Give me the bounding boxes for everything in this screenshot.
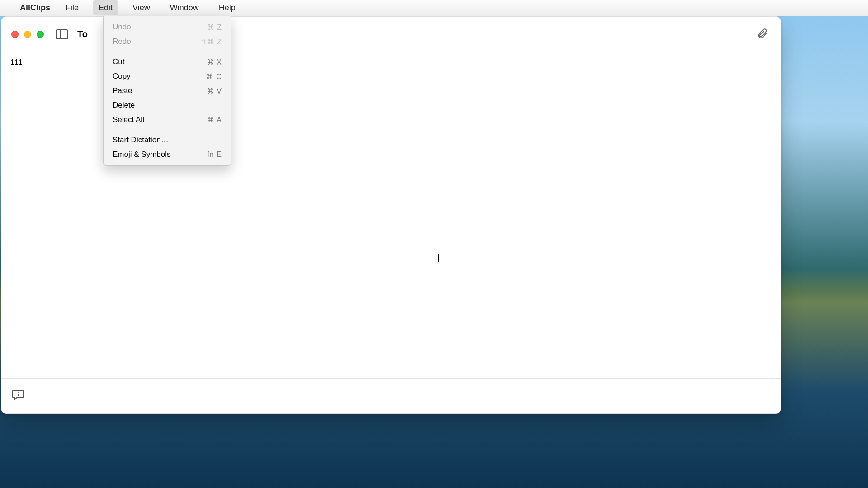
menu-view[interactable]: View (127, 0, 156, 15)
minimize-window-button[interactable] (24, 31, 31, 38)
menu-item-copy[interactable]: Copy ⌘ C (104, 69, 231, 84)
window-statusbar (1, 378, 781, 413)
svg-point-2 (18, 392, 19, 393)
window-traffic-lights (11, 31, 44, 38)
menu-item-start-dictation[interactable]: Start Dictation… (104, 133, 231, 147)
menu-item-shortcut: ⌘ C (206, 72, 222, 81)
menu-item-shortcut: ⌘ Z (207, 23, 222, 32)
menu-item-emoji-symbols[interactable]: Emoji & Symbols fn E (104, 147, 231, 162)
menu-item-delete[interactable]: Delete (104, 98, 231, 113)
menu-item-shortcut: ⇧⌘ Z (201, 38, 222, 46)
edit-menu-dropdown: Undo ⌘ Z Redo ⇧⌘ Z Cut ⌘ X Copy ⌘ C Past… (103, 16, 231, 166)
menu-help[interactable]: Help (213, 0, 241, 15)
menu-item-label: Start Dictation… (113, 136, 169, 145)
menu-item-label: Undo (113, 23, 131, 32)
zoom-window-button[interactable] (37, 31, 44, 38)
menu-edit[interactable]: Edit (93, 0, 118, 15)
menu-item-undo[interactable]: Undo ⌘ Z (104, 20, 231, 34)
paperclip-icon[interactable] (756, 28, 768, 41)
menu-item-shortcut: fn E (208, 150, 222, 159)
text-caret-icon: I (436, 251, 440, 265)
menu-item-label: Cut (113, 57, 124, 66)
menu-item-paste[interactable]: Paste ⌘ V (104, 84, 231, 98)
window-title: To (77, 29, 88, 39)
menu-item-label: Emoji & Symbols (113, 150, 170, 159)
menu-item-shortcut: ⌘ X (207, 58, 222, 66)
menu-item-label: Copy (113, 72, 131, 81)
menu-item-label: Select All (113, 115, 144, 124)
menu-item-label: Paste (113, 86, 132, 95)
menu-item-select-all[interactable]: Select All ⌘ A (104, 113, 231, 127)
menu-separator (108, 130, 226, 130)
info-bubble-icon[interactable] (11, 389, 25, 403)
menu-item-label: Delete (113, 101, 135, 110)
menu-window[interactable]: Window (165, 0, 204, 15)
menu-item-shortcut: ⌘ V (207, 87, 222, 95)
svg-rect-0 (56, 30, 68, 39)
menu-item-label: Redo (113, 37, 131, 46)
close-window-button[interactable] (11, 31, 19, 38)
system-menubar: AllClips File Edit View Window Help (0, 0, 868, 16)
menu-file[interactable]: File (60, 0, 84, 15)
menu-item-cut[interactable]: Cut ⌘ X (104, 55, 231, 69)
sidebar-toggle-icon[interactable] (56, 29, 68, 39)
menu-item-shortcut: ⌘ A (207, 116, 222, 124)
app-name[interactable]: AllClips (20, 3, 50, 13)
menu-item-redo[interactable]: Redo ⇧⌘ Z (104, 34, 231, 49)
titlebar-right (743, 17, 781, 52)
menu-separator (108, 52, 226, 52)
